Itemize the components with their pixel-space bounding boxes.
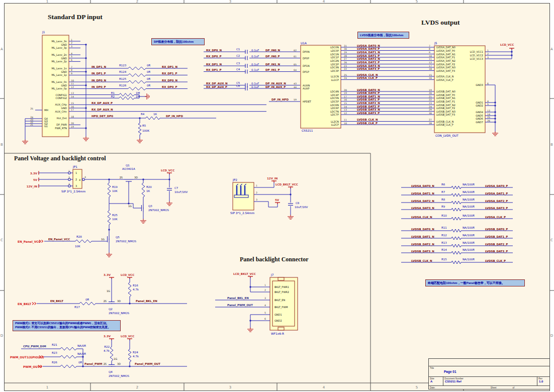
power-label: LCD_VCC	[121, 273, 134, 277]
pin-number: 5	[71, 55, 72, 58]
title-block-date-row: Date: Sheet of	[429, 386, 549, 390]
pin-name: LVDSA_DAT_P3	[436, 69, 455, 73]
pin-number: 9	[71, 72, 72, 75]
net-label: RX_DP_AUX_P	[206, 85, 227, 89]
resistor-icon	[128, 73, 146, 76]
pin-name: LVDSB_CLK_P	[436, 123, 453, 127]
pin-number: 5	[264, 312, 266, 314]
part-number-q4: 2N7002_NMOS	[109, 374, 130, 378]
resistor-icon	[451, 261, 461, 264]
pin-number: 25	[344, 74, 347, 76]
pin-name: DP0P	[303, 57, 309, 60]
pin-number: 4	[264, 304, 266, 307]
zone-letter: B	[550, 143, 553, 147]
part-number-jp2: SIP 3*1_2.54mm	[230, 212, 254, 215]
ref-des-q4: Q4	[109, 370, 113, 373]
pin-number: 1	[68, 170, 70, 172]
ref-des: R24	[133, 351, 138, 354]
part-number-u1a: CS5211	[302, 129, 313, 132]
pin-number: 12	[429, 61, 432, 64]
value-label: 0R	[85, 298, 89, 301]
pin-number: 23	[429, 102, 432, 105]
net-label: DP_IN1_P	[265, 68, 280, 72]
size-value: A	[429, 380, 443, 383]
ref-des: R11	[441, 226, 447, 229]
pin-number: 2	[264, 289, 266, 291]
part-number-jp1: SIP 3*1_2.54mm	[61, 190, 85, 193]
mosfet-pad-label: 3D	[117, 362, 121, 365]
net-label: CPU_PWM_DIM	[23, 345, 46, 348]
pin-number: 25	[30, 108, 33, 110]
power-label: 3.3V	[30, 172, 38, 175]
pin-name: 2	[75, 178, 77, 181]
pin-number: 11	[429, 58, 432, 60]
value-label: 0.1uF	[251, 85, 259, 88]
ref-des: R4	[141, 113, 145, 116]
of-label: of	[512, 386, 516, 390]
net-label: Panel_PWM_OUT	[227, 304, 253, 307]
value-label: NA/100R	[463, 205, 475, 208]
net-label: Panel_BKL_EN	[227, 297, 249, 300]
pin-name: DP1N	[303, 64, 310, 67]
net-label: EN_Panel_VCC	[48, 238, 70, 241]
pin-number: 22	[429, 99, 432, 101]
pin-number: 28	[429, 122, 432, 125]
mosfet-pad-label: 2S	[104, 300, 107, 303]
pin-number: 2	[256, 191, 257, 194]
zone-number: 5	[416, 0, 418, 4]
value-label: NA/100R	[463, 183, 475, 186]
net-label: LVDSA_DAT2_P	[485, 200, 508, 203]
value-label: 10K	[75, 245, 80, 248]
pin-name: LDC6P	[331, 107, 339, 110]
pin-number: 26	[344, 61, 347, 64]
date-label: Date:	[429, 386, 436, 390]
ref-des: R13	[441, 241, 447, 244]
ref-des-j1: J1	[42, 31, 45, 34]
resistor-icon	[75, 240, 91, 243]
junction-dot	[82, 356, 83, 357]
pin-name: LL2CP	[331, 123, 339, 126]
junction-dot	[494, 105, 496, 106]
value-label: 100K	[142, 129, 149, 132]
net-label: DP_IN_HPD	[271, 98, 289, 102]
net-label: LVDSA_DAT1_P	[485, 192, 508, 195]
pin-name: DP1P	[303, 70, 309, 73]
power-label: 5V	[33, 178, 38, 181]
pin-number: 20	[71, 122, 74, 125]
ref-des: R124	[119, 70, 127, 73]
pin-name: ML_Lane_2p	[51, 60, 67, 63]
net-label: LVDSB_DAT2_P	[485, 243, 508, 246]
resistor-icon	[451, 186, 461, 189]
net-label: LVDSB_CLK_P	[357, 122, 378, 125]
pin-number: 19	[71, 126, 74, 128]
pin-circle-icon	[82, 178, 85, 181]
value-label: 0.1uF	[251, 82, 259, 85]
title-block-title-row: Title Page 01	[429, 366, 549, 377]
resistor-icon	[128, 282, 131, 297]
power-label: 12V_IN	[27, 185, 38, 188]
resistor-icon	[451, 217, 461, 220]
zone-number: 4	[323, 385, 325, 389]
pin-name: LL1CN	[331, 75, 339, 78]
value-label: NA/100R	[463, 226, 475, 229]
pin-number: 7	[71, 66, 72, 68]
value-label: 10K	[112, 218, 118, 221]
zone-letter: C	[550, 238, 553, 242]
pin-name: LVDSA_CLK_P	[436, 78, 453, 82]
pin-number: 12	[71, 86, 74, 88]
net-label: LVDSB_DAT3_P	[357, 112, 380, 115]
power-label: 5V	[275, 199, 280, 202]
pin-name: GND	[61, 107, 67, 110]
pin-name: BKLT_EN	[274, 299, 286, 302]
net-label: LVDSB_CLK_N	[411, 259, 432, 263]
net-label: RX_DP_AUX_N	[91, 108, 113, 112]
power-label: LCD_VCC	[500, 43, 514, 47]
doc-number-value: CS5211 Ref	[443, 380, 537, 383]
pin-name: GND6	[476, 117, 483, 120]
ref-des: R10	[441, 214, 447, 217]
net-label: HPD_DET_DP0	[91, 115, 113, 118]
value-label: 1M	[136, 91, 140, 94]
mosfet-pad-label: 1G	[128, 205, 132, 208]
resistor-icon	[128, 80, 146, 83]
value-label: NA/0R	[77, 352, 86, 355]
